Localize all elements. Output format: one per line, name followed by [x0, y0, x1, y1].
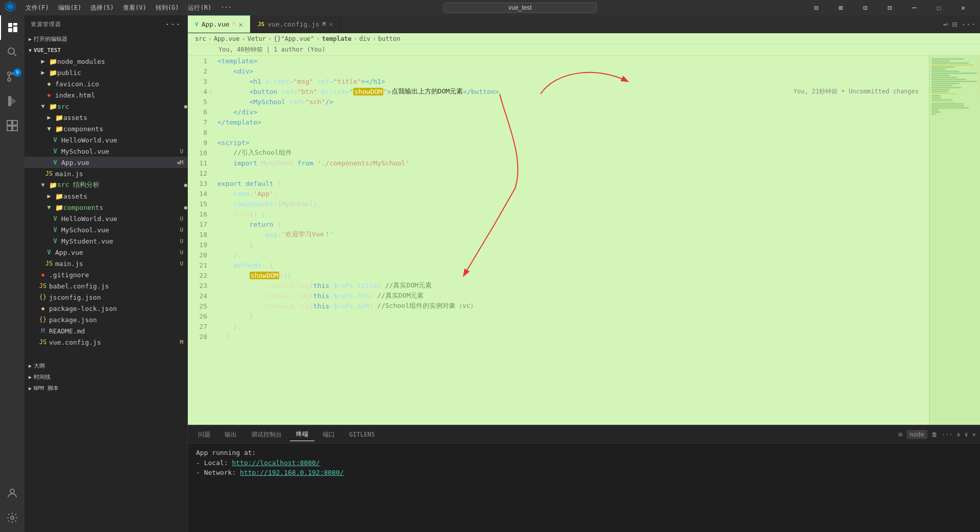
activity-explorer[interactable] [0, 15, 24, 40]
sidebar-item-helloworld[interactable]: V HelloWorld.vue [24, 134, 187, 146]
sidebar-item-readme[interactable]: M README.md [24, 325, 187, 336]
tab-app-vue-close[interactable]: ✕ [238, 20, 242, 29]
sidebar-more-button[interactable]: ··· [165, 19, 181, 29]
activity-search[interactable] [0, 40, 24, 64]
sidebar-item-main2-js[interactable]: JS main.js U [24, 258, 187, 269]
sidebar-item-app2-vue[interactable]: V App.vue U [24, 247, 187, 258]
split-icon[interactable]: ⊟ [853, 0, 877, 15]
svg-point-18 [11, 516, 14, 519]
sidebar-item-babel[interactable]: JS babel.config.js [24, 280, 187, 292]
code-container[interactable]: 1 2 3 4 5 6 7 8 9 10 11 12 13 14 [188, 56, 929, 425]
panel-layout-icon[interactable]: ⊟ [804, 0, 828, 15]
breadcrumb-template[interactable]: template [322, 35, 352, 42]
sidebar-item-app-vue[interactable]: V App.vue ◀ M [24, 157, 187, 168]
npm-section[interactable]: ▶ NPM 脚本 [24, 382, 187, 394]
sidebar-item-package-lock[interactable]: ◆ package-lock.json [24, 303, 187, 314]
sidebar-item-components2[interactable]: ▼ 📁 components ● [24, 202, 187, 213]
menu-select[interactable]: 选择(S) [86, 3, 118, 13]
svg-rect-2 [8, 23, 12, 27]
terminal-close-icon[interactable]: ✕ [972, 431, 976, 438]
layout-icon[interactable]: ⊞ [829, 0, 852, 15]
split-editor-icon[interactable]: ⊟ [952, 19, 957, 29]
sidebar-item-favicon[interactable]: ◆ favicon.ico [24, 78, 187, 89]
layout2-icon[interactable]: ⊟ [878, 0, 901, 15]
menu-more[interactable]: ··· [216, 3, 236, 13]
code-line-10: //引入School组件 [217, 148, 929, 158]
tab-vue-config[interactable]: JS vue.config.js M ✕ [251, 15, 340, 33]
code-line-4: ⚠ <button ref="btn" @click="showDOM">点我输… [217, 86, 929, 96]
menu-file[interactable]: 文件(F) [21, 3, 53, 13]
sidebar-item-assets2[interactable]: ▶ 📁 assets [24, 190, 187, 202]
folder-glyph: 📁 [49, 103, 57, 110]
sidebar-item-components[interactable]: ▼ 📁 components [24, 123, 187, 134]
code-line-21: methods: { [217, 260, 929, 270]
app2-badge: U [180, 249, 183, 256]
vue-test-section[interactable]: ▼ VUE_TEST [24, 44, 187, 56]
open-editors-section[interactable]: ▶ 打开的编辑器 [24, 33, 187, 44]
terminal-line-1: App running at: [196, 448, 972, 458]
terminal-layout-icon[interactable]: ⊟ [898, 431, 902, 438]
folder-glyph: 📁 [55, 192, 63, 200]
terminal-tab-problems[interactable]: 问题 [192, 428, 216, 441]
breadcrumb-div[interactable]: div [359, 35, 371, 42]
breadcrumb-vetur[interactable]: Vetur [248, 35, 266, 42]
minimap-scrollbar[interactable] [977, 56, 980, 96]
outline-section[interactable]: ▶ 大纲 [24, 360, 187, 371]
code-line-23: console.log(this.$refs.title) //真实DOM元素 [217, 280, 929, 291]
terminal-more-icon[interactable]: ··· [942, 431, 953, 438]
activity-account[interactable] [0, 481, 24, 505]
sidebar-item-vue-config[interactable]: JS vue.config.js M [24, 336, 187, 348]
sidebar-item-node-modules[interactable]: ▶ 📁 node_modules [24, 56, 187, 67]
terminal-tab-debug[interactable]: 调试控制台 [245, 428, 288, 441]
terminal-tab-ports[interactable]: 端口 [316, 428, 341, 441]
terminal-tab-output[interactable]: 输出 [218, 428, 243, 441]
sidebar-item-gitignore[interactable]: ◆ .gitignore [24, 269, 187, 280]
minimize-button[interactable]: ─ [902, 0, 926, 15]
menu-run[interactable]: 运行(R) [184, 3, 215, 13]
breadcrumb-app-vue2[interactable]: {}"App.vue" [274, 35, 314, 42]
sidebar-item-mystudent[interactable]: V MyStudent.vue U [24, 235, 187, 247]
sidebar-item-src[interactable]: ▼ 📁 src ● [24, 101, 187, 112]
menu-view[interactable]: 查看(V) [119, 3, 151, 13]
svg-point-8 [8, 78, 11, 81]
sidebar-item-assets[interactable]: ▶ 📁 assets [24, 112, 187, 123]
breadcrumb-app-vue[interactable]: App.vue [214, 35, 240, 42]
maximize-button[interactable]: ☐ [927, 0, 950, 15]
vue-icon: V [51, 158, 59, 166]
sidebar-item-package[interactable]: {} package.json [24, 314, 187, 325]
sidebar-item-jsconfig[interactable]: {} jsconfig.json [24, 292, 187, 303]
sidebar-item-public[interactable]: ▶ 📁 public [24, 67, 187, 78]
menu-goto[interactable]: 转到(G) [152, 3, 183, 13]
terminal-expand-icon[interactable]: ∨ [965, 431, 968, 438]
activity-extensions[interactable] [0, 113, 24, 138]
sidebar-item-helloworld2[interactable]: V HelloWorld.vue U [24, 213, 187, 224]
timeline-section[interactable]: ▶ 时间线 [24, 371, 187, 382]
terminal-content[interactable]: App running at: - Local: http://localhos… [188, 444, 980, 532]
breadcrumb-src[interactable]: src [195, 35, 206, 42]
breadcrumb-button[interactable]: button [378, 35, 400, 42]
svg-line-7 [14, 54, 17, 57]
terminal-collapse-icon[interactable]: ∧ [957, 431, 960, 438]
tab-vue-config-close[interactable]: ✕ [329, 20, 333, 28]
sidebar-item-myschool2[interactable]: V MySchool.vue U [24, 224, 187, 235]
menu-edit[interactable]: 编辑(E) [54, 3, 86, 13]
search-input[interactable] [444, 3, 597, 13]
line-num-3: 3 [188, 76, 213, 86]
close-button[interactable]: ✕ [951, 0, 975, 15]
activity-source-control[interactable]: 9 [0, 64, 24, 89]
terminal-tab-terminal[interactable]: 终端 [290, 428, 314, 441]
tab-app-vue[interactable]: V App.vue M ✕ [188, 15, 251, 33]
more-actions-icon[interactable]: ··· [961, 19, 976, 29]
code-content[interactable]: <template> <div> <h1 v-text="msg" ref="t… [213, 56, 929, 425]
activity-settings[interactable] [0, 505, 24, 530]
sidebar-item-myschool[interactable]: V MySchool.vue U [24, 146, 187, 157]
svg-rect-13 [7, 120, 12, 125]
history-icon[interactable]: ↩ [943, 19, 948, 29]
activity-run[interactable] [0, 89, 24, 113]
sidebar-item-src-analysis[interactable]: ▼ 📁 src 结构分析 ● [24, 179, 187, 190]
sidebar-item-main-js[interactable]: JS main.js [24, 168, 187, 179]
terminal-tab-gitlens[interactable]: GITLENS [343, 429, 381, 440]
sidebar-item-index-html[interactable]: ◆ index.html [24, 89, 187, 101]
minimap[interactable] [929, 56, 980, 425]
terminal-trash-icon[interactable]: 🗑 [932, 431, 938, 438]
